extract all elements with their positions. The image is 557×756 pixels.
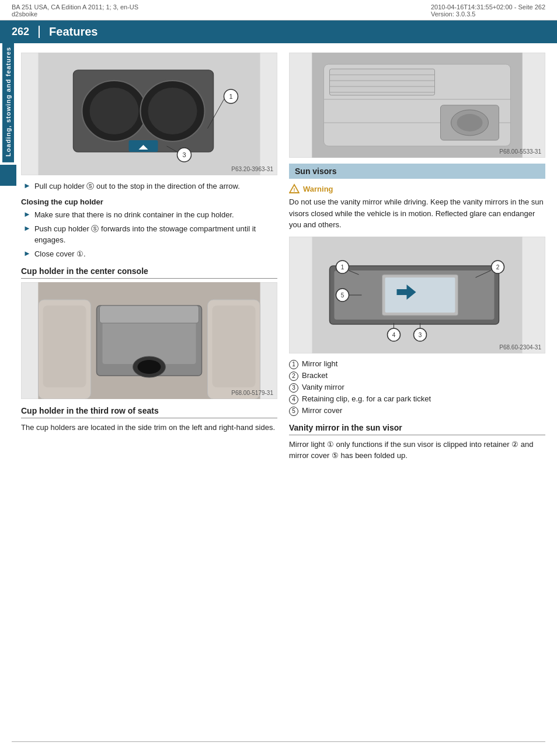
instruction-close-text: Close cover ①. — [34, 249, 86, 259]
main-content: 1 3 P63.20-3963-31 ► Pull cup holder ⓢ o… — [0, 43, 557, 477]
page-title: Features — [49, 25, 98, 39]
svg-rect-44 — [385, 278, 455, 313]
warning-box: ! Warning Do not use the vanity mirror w… — [289, 183, 545, 231]
cup-center-heading: Cup holder in the center console — [21, 266, 277, 279]
side-label: Loading, stowing and features — [2, 41, 14, 162]
svg-point-5 — [148, 88, 197, 134]
svg-rect-30 — [330, 69, 435, 95]
instruction-make-sure: ► Make sure that there is no drink conta… — [21, 210, 277, 220]
num-items-list: 1 Mirror light 2 Bracket 3 Vanity mirror… — [289, 359, 545, 416]
header-right: 2010-04-16T14:31:55+02:00 - Seite 262 Ve… — [431, 4, 545, 18]
img1-right-label: P68.00-5533-31 — [499, 148, 541, 155]
vanity-heading: Vanity mirror in the sun visor — [289, 423, 545, 435]
num-circle-5: 5 — [289, 407, 298, 416]
warning-header: ! Warning — [289, 183, 545, 194]
header: BA 251 USA, CA Edition A 2011; 1; 3, en-… — [0, 0, 557, 20]
side-marker — [0, 165, 16, 186]
instruction-push: ► Push cup holder ⓢ forwards into the st… — [21, 224, 277, 245]
svg-text:3: 3 — [419, 332, 422, 338]
svg-text:3: 3 — [182, 151, 186, 158]
svg-point-3 — [90, 88, 139, 134]
warning-title: Warning — [303, 185, 333, 193]
instruction-close: ► Close cover ①. — [21, 249, 277, 259]
svg-rect-24 — [213, 306, 256, 387]
num-circle-1: 1 — [289, 360, 298, 369]
img2-right-label: P68.60-2304-31 — [499, 344, 541, 351]
warning-text: Do not use the vanity mirror while drivi… — [289, 196, 545, 231]
header-left-line2: d2sboike — [12, 11, 138, 18]
svg-text:2: 2 — [496, 264, 500, 271]
svg-text:1: 1 — [341, 264, 344, 271]
num-item-4-label: Retaining clip, e.g. for a car park tick… — [302, 394, 431, 403]
num-item-1-label: Mirror light — [302, 359, 337, 368]
closing-heading: Closing the cup holder — [21, 197, 277, 206]
svg-rect-22 — [43, 306, 86, 387]
instruction-make-sure-text: Make sure that there is no drink contain… — [34, 210, 234, 220]
instruction-push-text: Push cup holder ⓢ forwards into the stow… — [34, 224, 277, 245]
img1-label: P63.20-3963-31 — [231, 166, 273, 172]
num-item-4: 4 Retaining clip, e.g. for a car park ti… — [289, 394, 545, 404]
page-number: 262 — [12, 26, 40, 38]
center-console-image: P68.00-5179-31 — [21, 282, 277, 399]
title-bar: 262 Features — [0, 20, 557, 43]
header-left: BA 251 USA, CA Edition A 2011; 1; 3, en-… — [12, 4, 138, 18]
svg-text:4: 4 — [392, 332, 396, 338]
instruction-pull: ► Pull cup holder ⓢ out to the stop in t… — [21, 181, 277, 192]
svg-text:5: 5 — [341, 292, 344, 299]
right-top-image: P68.00-5533-31 — [289, 53, 545, 158]
sun-visor-image: 1 2 5 4 3 P68.60-2304-31 — [289, 237, 545, 353]
right-column: P68.00-5533-31 Sun visors ! Warning Do n… — [289, 53, 545, 465]
footer-line — [12, 741, 545, 742]
cup-third-heading: Cup holder in the third row of seats — [21, 406, 277, 418]
img2-label: P68.00-5179-31 — [231, 390, 273, 396]
num-item-2-label: Bracket — [302, 371, 328, 380]
num-item-3: 3 Vanity mirror — [289, 383, 545, 393]
left-column: 1 3 P63.20-3963-31 ► Pull cup holder ⓢ o… — [21, 53, 277, 465]
sun-visors-heading: Sun visors — [289, 164, 545, 179]
header-left-line1: BA 251 USA, CA Edition A 2011; 1; 3, en-… — [12, 4, 138, 11]
warning-icon: ! — [289, 183, 300, 194]
svg-text:!: ! — [294, 187, 295, 193]
arrow-bullet-4: ► — [23, 249, 31, 258]
svg-rect-18 — [100, 306, 199, 323]
cup-third-body: The cup holders are located in the side … — [21, 422, 277, 434]
side-label-container: Loading, stowing and features — [0, 41, 16, 275]
num-circle-2: 2 — [289, 372, 298, 381]
arrow-bullet-2: ► — [23, 210, 31, 219]
instruction-pull-text: Pull cup holder ⓢ out to the stop in the… — [34, 181, 240, 192]
num-circle-3: 3 — [289, 383, 298, 393]
num-item-2: 2 Bracket — [289, 371, 545, 381]
vanity-body: Mirror light ① only functions if the sun… — [289, 439, 545, 462]
header-right-line1: 2010-04-16T14:31:55+02:00 - Seite 262 — [431, 4, 545, 11]
svg-point-37 — [457, 114, 483, 131]
num-item-1: 1 Mirror light — [289, 359, 545, 369]
num-circle-4: 4 — [289, 395, 298, 404]
arrow-bullet-3: ► — [23, 224, 31, 233]
svg-text:1: 1 — [229, 93, 232, 100]
num-item-3-label: Vanity mirror — [302, 383, 344, 391]
num-item-5-label: Mirror cover — [302, 406, 342, 415]
svg-point-20 — [138, 360, 161, 374]
cup-holder-image: 1 3 P63.20-3963-31 — [21, 53, 277, 175]
arrow-bullet-1: ► — [23, 181, 31, 190]
header-right-line2: Version: 3.0.3.5 — [431, 11, 545, 18]
num-item-5: 5 Mirror cover — [289, 406, 545, 416]
